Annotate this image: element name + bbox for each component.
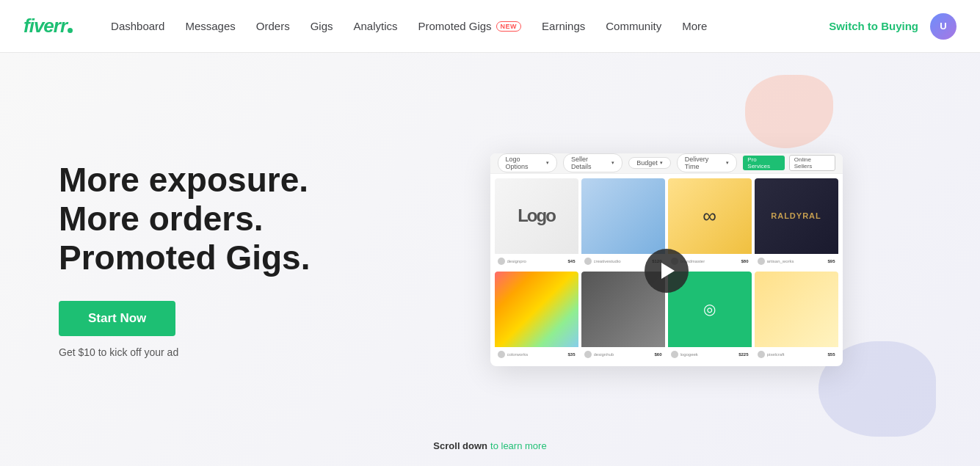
filter-delivery-time[interactable]: Delivery Time: [677, 153, 738, 172]
nav-community[interactable]: Community: [597, 14, 670, 38]
scroll-down-text: to learn more: [490, 440, 547, 451]
filter-seller-details[interactable]: Seller Details: [563, 153, 623, 172]
online-sellers-badge: Online Sellers: [789, 155, 835, 171]
navbar: fiverr Dashboard Messages Orders Gigs An…: [0, 0, 980, 53]
hero-title-line2: More orders.: [59, 200, 264, 238]
card-img-colorful: [495, 272, 578, 347]
promoted-gigs-badge: NEW: [496, 21, 522, 32]
mock-filter-bar: Logo Options Seller Details Budget Deliv…: [490, 153, 843, 174]
filter-logo-options[interactable]: Logo Options: [498, 153, 558, 172]
hero-section: More exposure. More orders. Promoted Gig…: [0, 53, 980, 466]
mock-screenshot: Logo Options Seller Details Budget Deliv…: [490, 153, 843, 366]
filter-right-badges: Pro Services Online Sellers: [743, 155, 835, 171]
mock-card-1: Logo designpro $45: [495, 178, 578, 269]
seller-avatar-5: [498, 351, 505, 358]
scroll-down-hint: Scroll down to learn more: [433, 440, 546, 451]
nav-promoted-gigs-label: Promoted Gigs: [418, 20, 492, 32]
switch-to-buying-button[interactable]: Switch to Buying: [829, 20, 918, 32]
avatar[interactable]: U: [930, 13, 957, 40]
nav-more[interactable]: More: [673, 14, 716, 38]
nav-promoted-gigs[interactable]: Promoted Gigs NEW: [410, 14, 531, 38]
card-img-bottom1: [755, 272, 838, 347]
card-img-blue: [581, 178, 665, 254]
seller-avatar-6: [584, 351, 592, 358]
nav-earnings[interactable]: Earnings: [533, 14, 594, 38]
hero-title: More exposure. More orders. Promoted Gig…: [59, 161, 411, 277]
nav-orders[interactable]: Orders: [247, 14, 299, 38]
nav-links: Dashboard Messages Orders Gigs Analytics…: [102, 14, 829, 38]
blob-orange-decoration: [745, 75, 833, 148]
hero-title-line3: Promoted Gigs.: [59, 239, 310, 277]
seller-avatar-8: [758, 351, 765, 358]
card-img-dark: RALDYRAL: [755, 178, 838, 254]
logo-dot: [68, 28, 73, 33]
nav-dashboard[interactable]: Dashboard: [102, 14, 173, 38]
hero-left: More exposure. More orders. Promoted Gig…: [59, 161, 411, 358]
start-now-button[interactable]: Start Now: [59, 301, 175, 336]
hero-title-line1: More exposure.: [59, 161, 308, 199]
seller-avatar-7: [671, 351, 678, 358]
card-img-yellow: ∞: [668, 178, 752, 254]
nav-analytics[interactable]: Analytics: [345, 14, 407, 38]
card-img-logo: Logo: [495, 178, 578, 254]
mock-card-5: colorworks $35: [495, 272, 578, 362]
logo-text: fiverr: [23, 15, 67, 37]
play-triangle-icon: [661, 263, 675, 279]
seller-avatar-2: [584, 258, 592, 265]
seller-avatar-1: [498, 258, 505, 265]
seller-avatar-4: [758, 258, 765, 265]
hero-sub-text: Get $10 to kick off your ad: [59, 346, 411, 358]
nav-messages[interactable]: Messages: [176, 14, 244, 38]
pro-services-badge: Pro Services: [743, 156, 784, 170]
mock-card-4: RALDYRAL artisan_works $95: [755, 178, 838, 269]
mock-card-8: pixelcraft $55: [755, 272, 838, 362]
nav-right: Switch to Buying U: [829, 13, 957, 40]
scroll-down-bold: Scroll down: [433, 440, 487, 451]
filter-budget[interactable]: Budget: [628, 157, 671, 169]
logo[interactable]: fiverr: [23, 15, 73, 37]
play-button[interactable]: [645, 249, 689, 293]
nav-gigs[interactable]: Gigs: [302, 14, 342, 38]
hero-right: Logo Options Seller Details Budget Deliv…: [411, 153, 921, 366]
